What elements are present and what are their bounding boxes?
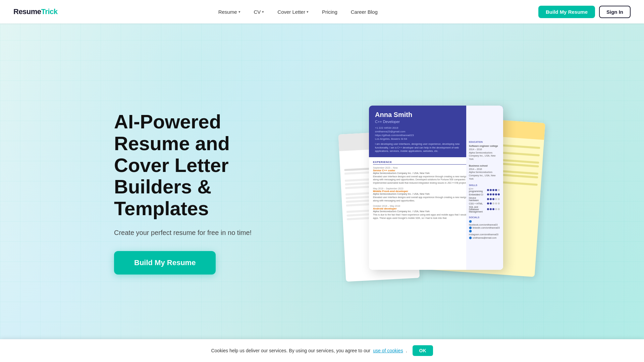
hero-headline: AI-Powered Resume and Cover Letter Build… (114, 111, 288, 220)
cookie-banner: Cookies help us deliver our services. By… (0, 339, 644, 362)
chevron-down-icon: ▾ (238, 10, 240, 14)
nav-item-resume[interactable]: Resume ▾ (213, 6, 246, 17)
nav-item-cv[interactable]: CV ▾ (249, 6, 270, 17)
build-resume-hero-button[interactable]: Build My Resume (114, 251, 216, 275)
signin-button[interactable]: Sign In (599, 6, 631, 18)
skill-row-2: Embedded CI (469, 193, 500, 196)
nav-item-cover-letter[interactable]: Cover Letter ▾ (272, 6, 314, 17)
skill-row-3: Device hardware (469, 197, 500, 201)
resume-summary: I am developing user interfaces, designi… (375, 142, 471, 153)
side-skills: Skills C++ programming Embedded CI (469, 184, 500, 213)
hero-section: AI-Powered Resume and Cover Letter Build… (0, 0, 644, 362)
nav-label-resume: Resume (218, 9, 237, 15)
skill-row-5: SQL and Database Management (469, 206, 500, 213)
resume-name: Anna Smith (375, 111, 471, 119)
navbar: ResumeTrick Resume ▾ CV ▾ Cover Letter ▾… (0, 0, 644, 23)
nav-label-pricing: Pricing (322, 9, 337, 15)
nav-label-cover-letter: Cover Letter (277, 9, 305, 15)
hero-content: AI-Powered Resume and Cover Letter Build… (87, 85, 557, 300)
skill-row-4: CSS + HTML (469, 202, 500, 205)
nav-center: Resume ▾ CV ▾ Cover Letter ▾ Pricing Car… (213, 6, 383, 17)
chevron-down-icon: ▾ (262, 10, 264, 14)
nav-right: Build My Resume Sign In (538, 6, 631, 18)
cookie-period: . (406, 348, 407, 353)
cookie-ok-button[interactable]: OK (413, 345, 433, 356)
chevron-down-icon: ▾ (307, 10, 309, 14)
resume-card-main: Anna Smith C++ Developer +1 222 44534 20… (369, 106, 503, 270)
resume-contact: +1 222 44534 2019 smithanna23@gmail.com … (375, 126, 471, 140)
nav-label-cv: CV (254, 9, 261, 15)
side-education: Education Software engineer college 2014… (469, 141, 500, 181)
nav-label-career-blog: Career Blog (351, 9, 378, 15)
brand-name-part1: Resume (13, 7, 41, 16)
side-social: Socials 🔵 facebook.com/smithanna03 🔵 lin… (469, 216, 500, 240)
nav-item-career-blog[interactable]: Career Blog (345, 6, 383, 17)
hero-left: AI-Powered Resume and Cover Letter Build… (114, 111, 288, 275)
resume-body: Experience September 2023 – Now Senior C… (369, 157, 503, 270)
brand-logo[interactable]: ResumeTrick (13, 7, 57, 16)
cookie-text: Cookies help us deliver our services. By… (211, 348, 370, 353)
resume-title: C++ Developer (375, 120, 471, 124)
skill-row-1: C++ programming (469, 188, 500, 192)
hero-subtext: Create your perfect resume for free in n… (114, 228, 288, 238)
brand-name-part2: Trick (41, 7, 58, 16)
resume-side-panel: Education Software engineer college 2014… (466, 106, 503, 270)
build-resume-nav-button[interactable]: Build My Resume (538, 6, 595, 18)
nav-item-pricing[interactable]: Pricing (317, 6, 343, 17)
cookie-link[interactable]: use of cookies (373, 348, 403, 353)
resume-preview-stack: Anna Smith C++ Developer +1 222 44534 20… (342, 106, 530, 280)
